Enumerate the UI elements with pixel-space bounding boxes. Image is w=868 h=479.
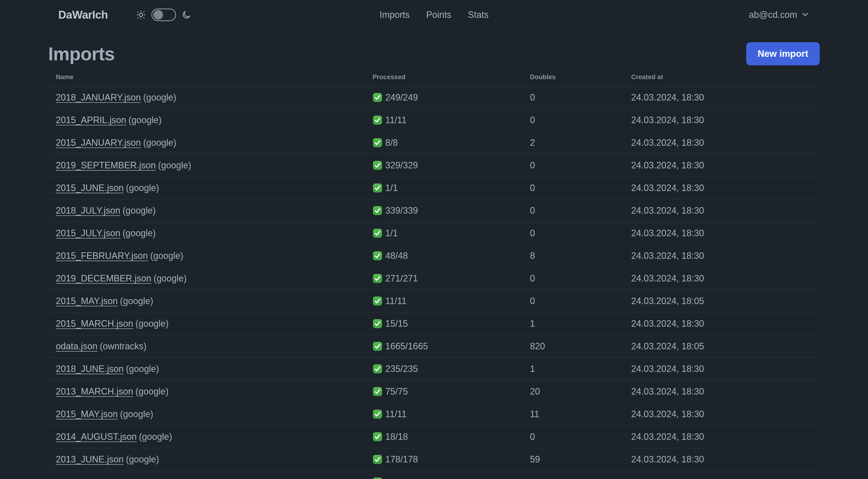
table-row: 2018_JUNE.json(google) 235/235 1 24.03.2… [48,357,820,380]
import-file-link[interactable]: 2014_AUGUST.json [56,431,136,442]
processed-count: 18/18 [385,431,408,442]
table-row: 2015_JUNE.json(google) 1/1 0 24.03.2024,… [48,176,820,199]
import-source-label: (google) [123,228,156,238]
main-nav: Imports Points Stats [379,0,489,30]
import-source-label: (google) [126,183,159,193]
doubles-cell: 20 [530,386,631,397]
import-file-link[interactable]: 2015_JANUARY.json [56,138,141,148]
created-at-cell: 24.03.2024, 18:05 [631,341,820,352]
processed-count: 271/271 [385,273,418,284]
success-check-icon [372,387,382,396]
processed-cell: 48/48 [372,250,530,261]
nav-imports[interactable]: Imports [379,9,410,20]
name-cell: 2015_JANUARY.json(google) [48,138,372,148]
success-check-icon [372,92,382,102]
success-check-icon [372,206,382,216]
table-row: 2019_DECEMBER.json(google) 271/271 0 24.… [48,267,820,290]
table-row: odata.json(owntracks) 1665/1665 820 24.0… [48,335,820,357]
new-import-button[interactable]: New import [746,42,820,65]
import-file-link[interactable]: 2015_MAY.json [56,296,118,306]
table-row: 2014_AUGUST.json(google) 18/18 0 24.03.2… [48,425,820,448]
import-file-link[interactable]: 2015_MARCH.json [56,319,133,329]
import-file-link[interactable]: 2013_MARCH.json [56,386,133,396]
table-row: 2015_FEBRUARY.json(google) 48/48 8 24.03… [48,244,820,267]
chevron-down-icon [801,10,810,20]
main-content: Imports New import Name Processed Double… [48,42,820,479]
name-cell: odata.json(owntracks) [48,341,372,352]
name-cell: 2015_JULY.json(google) [48,228,372,239]
name-cell: 2015_FEBRUARY.json(google) [48,250,372,261]
processed-count: 329/329 [385,160,418,171]
import-file-link[interactable]: odata.json [56,341,97,351]
processed-cell [372,477,530,479]
theme-toggle-knob [153,10,163,20]
import-file-link[interactable]: 2018_JULY.json [56,205,120,216]
import-file-link[interactable]: 2015_FEBRUARY.json [56,250,148,261]
import-source-label: (google) [143,138,176,148]
app-logo[interactable]: DaWarIch [58,8,108,21]
created-at-cell: 24.03.2024, 18:30 [631,409,820,419]
doubles-cell: 0 [530,296,631,306]
processed-cell: 178/178 [372,454,530,465]
success-check-icon [372,160,382,170]
processed-cell: 235/235 [372,364,530,374]
user-menu[interactable]: ab@cd.com [749,9,810,20]
processed-cell: 339/339 [372,205,530,216]
name-cell: 2018_JULY.json(google) [48,205,372,216]
import-file-link[interactable]: 2019_DECEMBER.json [56,273,151,283]
name-cell: 2019_SEPTEMBER.json(google) [48,160,372,171]
doubles-cell: 2 [530,138,631,148]
import-file-link[interactable]: 2015_MAY.json [56,409,118,419]
table-row: 2019_SEPTEMBER.json(google) 329/329 0 24… [48,154,820,176]
import-file-link[interactable]: 2013_JUNE.json [56,454,124,465]
import-file-link[interactable]: 2015_APRIL.json [56,115,126,125]
name-cell: 2014_AUGUST.json(google) [48,431,372,442]
created-at-cell: 24.03.2024, 18:30 [631,92,820,103]
sun-icon [136,10,146,20]
page-title: Imports [48,43,115,65]
processed-count: 178/178 [385,454,418,465]
user-email: ab@cd.com [749,9,797,20]
name-cell: 2015_MAY.json(google) [48,296,372,306]
created-at-cell: 24.03.2024, 18:05 [631,296,820,306]
table-row: 2013_JUNE.json(google) 178/178 59 24.03.… [48,448,820,471]
import-file-link[interactable]: 2018_JANUARY.json [56,92,141,102]
doubles-cell: 820 [530,341,631,352]
processed-count: 11/11 [385,115,407,125]
import-source-label: (google) [143,92,176,102]
import-file-link[interactable]: 2015_JULY.json [56,228,120,238]
name-cell: 2013_JUNE.json(google) [48,454,372,465]
doubles-cell: 0 [530,115,631,125]
import-file-link[interactable]: 2015_JUNE.json [56,183,124,193]
import-source-label: (google) [153,273,187,283]
import-source-label: (google) [126,454,159,465]
table-row: 2015_JULY.json(google) 1/1 0 24.03.2024,… [48,222,820,244]
nav-stats[interactable]: Stats [468,9,489,20]
doubles-cell: 8 [530,250,631,261]
nav-points[interactable]: Points [426,9,451,20]
success-check-icon [372,228,382,238]
navbar: DaWarIch Imports Points Stats ab@cd.com [0,0,868,30]
processed-cell: 11/11 [372,409,530,419]
theme-toggle[interactable] [151,8,176,21]
table-row: 2015_MAY.json(google) 11/11 11 24.03.202… [48,402,820,425]
import-file-link[interactable]: 2019_SEPTEMBER.json [56,160,156,170]
table-row: 2015_MAY.json(google) 11/11 0 24.03.2024… [48,290,820,312]
table-header-row: Name Processed Doubles Created at [48,68,820,86]
name-cell: 2019_DECEMBER.json(google) [48,273,372,284]
processed-count: 75/75 [385,386,408,397]
processed-cell: 271/271 [372,273,530,284]
import-source-label: (google) [128,115,161,125]
success-check-icon [372,115,382,125]
imports-table-body: 2018_JANUARY.json(google) 249/249 0 24.0… [48,86,820,479]
import-source-label: (owntracks) [100,341,147,351]
processed-count: 8/8 [385,138,398,148]
import-file-link[interactable]: 2018_JUNE.json [56,364,124,374]
doubles-cell: 0 [530,205,631,216]
name-cell: 2013_MARCH.json(google) [48,386,372,397]
imports-table: Name Processed Doubles Created at 2018_J… [48,68,820,479]
moon-icon [182,10,191,20]
processed-cell: 1/1 [372,183,530,193]
name-cell: 2018_JUNE.json(google) [48,364,372,374]
processed-cell: 1665/1665 [372,341,530,352]
